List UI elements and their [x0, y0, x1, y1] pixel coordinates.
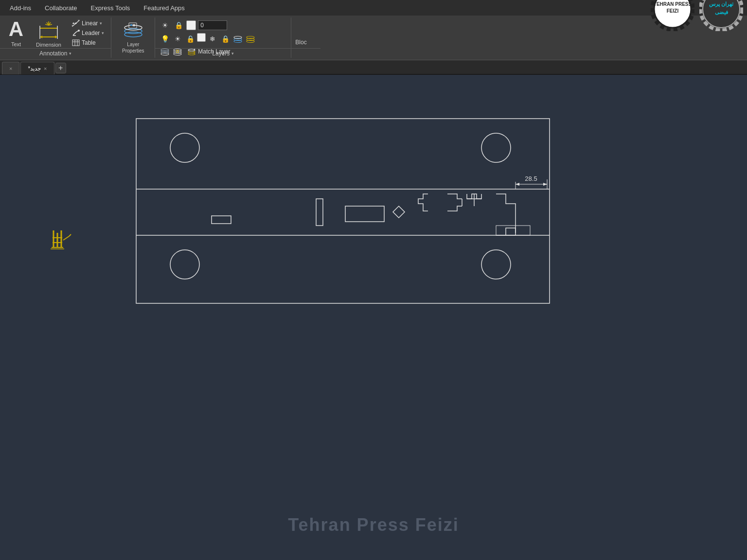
dimension-button[interactable]: Dimension — [32, 16, 65, 51]
annotation-col: Linear ▾ Leader ▾ — [69, 19, 107, 47]
layer-properties-label: LayerProperties — [122, 41, 144, 54]
lock2-icon[interactable]: 🔒 — [184, 33, 196, 45]
layers-dropdown-arrow: ▾ — [231, 51, 234, 56]
linear-dropdown[interactable]: ▾ — [100, 21, 102, 26]
layer-properties-button[interactable]: LayerProperties — [118, 19, 148, 53]
tab-jadid-label: *جدید — [28, 65, 41, 72]
linear-label: Linear — [82, 20, 98, 27]
leader-button[interactable]: Leader ▾ — [69, 29, 107, 37]
svg-rect-62 — [316, 199, 323, 226]
table-button[interactable]: Table — [69, 38, 107, 47]
text-button[interactable]: A Text — [4, 16, 28, 51]
annotation-group: A Text — [0, 18, 111, 58]
svg-text:TEHRAN PRESS: TEHRAN PRESS — [654, 1, 692, 7]
menu-featured-apps[interactable]: Featured Apps — [138, 2, 191, 14]
svg-rect-61 — [212, 216, 231, 224]
text-label: Text — [11, 41, 21, 47]
svg-marker-64 — [393, 206, 405, 218]
layer-name-input[interactable]: 0 — [198, 20, 227, 30]
svg-marker-23 — [72, 22, 74, 24]
technical-drawing: 28.5 — [107, 109, 554, 313]
blocks-partial: Bloc — [295, 39, 317, 46]
lock-icon[interactable]: 🔒 — [173, 19, 184, 31]
svg-point-56 — [481, 133, 511, 162]
layer-gold-icon[interactable] — [245, 33, 256, 45]
persian-gear-logo: تهران پرس فیضی — [699, 0, 743, 31]
light-bulb-icon[interactable]: 💡 — [159, 33, 171, 45]
svg-rect-27 — [72, 40, 79, 46]
svg-text:تهران پرس: تهران پرس — [709, 1, 734, 7]
linear-button[interactable]: Linear ▾ — [69, 19, 107, 28]
svg-text:28.5: 28.5 — [525, 175, 537, 182]
svg-rect-36 — [133, 24, 135, 25]
tab-jadid-close[interactable]: × — [44, 66, 47, 71]
tab-jadid[interactable]: *جدید × — [20, 62, 54, 74]
ribbon-content: A Text — [0, 16, 747, 60]
leader-dropdown[interactable]: ▾ — [102, 31, 104, 35]
dimension-icon — [38, 18, 59, 40]
tab-add-button[interactable]: + — [55, 63, 66, 73]
cursor-icon — [49, 226, 73, 254]
blocks-label — [291, 48, 320, 58]
leader-icon — [72, 30, 80, 36]
tab-close-x[interactable]: × — [2, 62, 19, 74]
svg-marker-72 — [516, 183, 519, 186]
menu-express-tools[interactable]: Express Tools — [85, 2, 136, 14]
svg-text:فیضی: فیضی — [715, 9, 728, 15]
layers-group: ☀ 🔒 0 💡 ☀ 🔒 ❄ 🔒 — [155, 18, 291, 58]
svg-point-55 — [170, 133, 199, 162]
svg-line-83 — [69, 234, 71, 236]
color2-swatch[interactable] — [197, 33, 206, 42]
snowflake-icon[interactable]: ❄ — [207, 33, 218, 45]
svg-point-25 — [78, 30, 80, 32]
menu-addins[interactable]: Add-ins — [4, 2, 37, 14]
table-icon — [72, 39, 80, 46]
sun-icon[interactable]: ☀ — [159, 19, 171, 31]
dimension-label: Dimension — [36, 42, 61, 48]
layers-top-row: ☀ 🔒 0 — [159, 19, 287, 31]
table-label: Table — [82, 39, 96, 46]
annotation-label[interactable]: Annotation ▾ — [0, 48, 111, 58]
layer-color-icon[interactable] — [232, 33, 244, 45]
svg-marker-73 — [543, 183, 547, 186]
watermark-text: Tehran Press Feizi — [288, 515, 459, 535]
lock3-icon[interactable]: 🔒 — [219, 33, 231, 45]
tab-close-icon[interactable]: × — [9, 66, 12, 71]
linear-icon — [72, 20, 80, 27]
canvas-area: 28.5 Tehran Press Feizi — [0, 75, 747, 560]
svg-rect-68 — [496, 226, 530, 235]
menu-collaborate[interactable]: Collaborate — [39, 2, 83, 14]
english-gear-logo: TEHRAN PRESS FEIZI — [651, 0, 694, 31]
ribbon: Add-ins Collaborate Express Tools Featur… — [0, 0, 747, 75]
layer-properties-group: LayerProperties — [111, 18, 155, 58]
text-icon: A — [9, 19, 23, 39]
layers-label[interactable]: Layers ▾ — [155, 48, 291, 58]
sun2-icon[interactable]: ☀ — [172, 33, 183, 45]
color-swatch[interactable] — [186, 20, 196, 30]
ribbon-tabs: × *جدید × + — [0, 60, 747, 75]
annotation-dropdown-arrow: ▾ — [69, 51, 71, 56]
svg-rect-63 — [345, 206, 384, 222]
layer-properties-icon — [123, 19, 143, 39]
svg-rect-54 — [136, 119, 550, 303]
svg-line-82 — [63, 236, 69, 240]
svg-point-57 — [170, 250, 199, 279]
blocks-group: Bloc — [291, 18, 320, 58]
svg-point-58 — [481, 250, 511, 279]
leader-label: Leader — [82, 30, 100, 36]
svg-rect-37 — [133, 26, 135, 27]
menu-bar: Add-ins Collaborate Express Tools Featur… — [0, 0, 747, 16]
svg-text:FEIZI: FEIZI — [667, 8, 679, 14]
svg-rect-35 — [130, 24, 132, 26]
